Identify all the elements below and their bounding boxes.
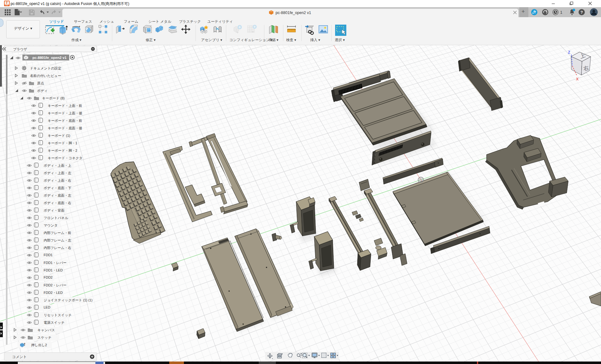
svg-text:FUS: FUS xyxy=(6,5,8,6)
svg-text:1: 1 xyxy=(560,10,562,15)
svg-text:Z: Z xyxy=(568,50,570,55)
svg-text:F: F xyxy=(6,1,8,5)
svg-text:?: ? xyxy=(580,10,583,15)
svg-text:X: X xyxy=(576,77,579,81)
